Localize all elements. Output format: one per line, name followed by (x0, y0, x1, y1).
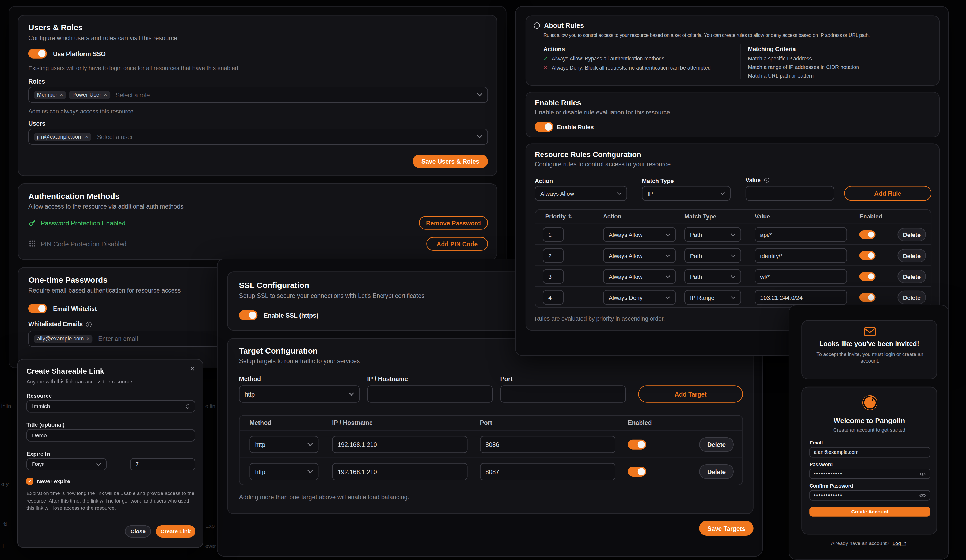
users-roles-card: Users & Roles Configure which users and … (18, 15, 497, 176)
enable-rules-toggle[interactable] (535, 122, 553, 132)
method-select[interactable]: http (239, 385, 360, 403)
remove-chip-icon[interactable]: × (104, 92, 107, 98)
title-label: Title (optional) (26, 422, 64, 428)
expire-value-input[interactable]: 7 (130, 458, 196, 470)
rule-match-select[interactable]: Path (685, 269, 741, 284)
confirm-password-field[interactable]: •••••••••••• (810, 490, 930, 501)
add-pin-button[interactable]: Add PIN Code (426, 237, 488, 251)
row-ip-input[interactable]: 192.168.1.210 (332, 463, 468, 480)
create-account-button[interactable]: Create Account (810, 507, 930, 517)
rule-action-select[interactable]: Always Deny (603, 290, 676, 305)
close-button[interactable]: Close (125, 525, 151, 537)
card-subtitle: Configure which users and roles can visi… (28, 34, 177, 41)
background-text-fragment: Exp (205, 523, 215, 529)
rule-enabled-toggle[interactable] (859, 251, 876, 260)
row-method-select[interactable]: http (250, 436, 319, 453)
create-link-button[interactable]: Create Link (156, 525, 195, 537)
expire-unit-select[interactable]: Days (26, 458, 107, 470)
rule-value-input[interactable]: identity/* (755, 248, 847, 263)
delete-target-button[interactable]: Delete (699, 437, 734, 452)
delete-target-button[interactable]: Delete (699, 464, 734, 479)
match-type-label: Match Type (642, 177, 674, 184)
card-title: Resource Rules Configuration (535, 150, 641, 159)
email-field[interactable]: alan@example.com (810, 447, 930, 457)
row-enabled-toggle[interactable] (628, 440, 646, 450)
users-select[interactable]: jim@example.com× Select a user (28, 129, 488, 145)
priority-input[interactable]: 3 (543, 269, 564, 284)
port-input[interactable] (500, 385, 626, 403)
chevrons-up-down-icon (186, 403, 190, 409)
eye-icon[interactable] (919, 471, 926, 476)
action-select[interactable]: Always Allow (535, 186, 627, 201)
value-input[interactable] (746, 186, 835, 201)
save-users-roles-button[interactable]: Save Users & Roles (413, 155, 488, 168)
rule-match-select[interactable]: Path (685, 248, 741, 263)
delete-rule-button[interactable]: Delete (897, 270, 926, 283)
table-row: 2 Always Allow Path identity/* Delete (536, 244, 931, 265)
rule-enabled-toggle[interactable] (859, 293, 876, 302)
background-text-fragment: inlin (1, 403, 11, 409)
add-target-button[interactable]: Add Target (638, 385, 743, 403)
col-header-priority[interactable]: Priority⇅ (545, 213, 572, 220)
remove-chip-icon[interactable]: × (86, 336, 90, 342)
rule-match-select[interactable]: IP Range (685, 290, 741, 305)
row-method-select[interactable]: http (250, 463, 319, 480)
rule-action-select[interactable]: Always Allow (603, 248, 676, 263)
delete-rule-button[interactable]: Delete (897, 249, 926, 262)
load-balancing-note: Adding more than one target above will e… (239, 494, 409, 500)
eye-icon[interactable] (919, 493, 926, 498)
add-rule-button[interactable]: Add Rule (844, 186, 932, 201)
rule-value-input[interactable]: 103.21.244.0/24 (755, 290, 847, 305)
modal-subtitle: Anyone with this link can access the res… (26, 379, 132, 385)
select-value: Always Allow (540, 190, 574, 196)
roles-select[interactable]: Member× Power User× Select a role (28, 87, 488, 103)
rule-action-select[interactable]: Always Allow (603, 227, 676, 242)
email-whitelist-toggle[interactable] (28, 303, 47, 313)
row-enabled-toggle[interactable] (628, 467, 646, 476)
desktop-background: inlin e lin o y ⇅ Exp I ever Users & Rol… (0, 0, 966, 560)
rule-value-input[interactable]: wl/* (755, 269, 847, 284)
row-port-input[interactable]: 8086 (480, 436, 616, 453)
rule-action-select[interactable]: Always Allow (603, 269, 676, 284)
info-icon (764, 177, 769, 183)
role-chip: Power User× (69, 91, 110, 99)
enable-rules-toggle-label: Enable Rules (557, 124, 593, 131)
card-subtitle: Setup SSL to secure your connections wit… (239, 293, 424, 299)
delete-rule-button[interactable]: Delete (897, 291, 926, 305)
remove-password-button[interactable]: Remove Password (419, 216, 488, 230)
input-value: 192.168.1.210 (338, 441, 377, 448)
ssl-toggle[interactable] (239, 310, 258, 320)
x-icon: ✕ (544, 65, 548, 71)
save-targets-button[interactable]: Save Targets (699, 521, 754, 535)
card-subtitle: Require email-based authentication for r… (28, 287, 181, 294)
rule-value-input[interactable]: api/* (755, 227, 847, 242)
input-placeholder: Enter an email (98, 336, 138, 342)
background-text-fragment: ever (205, 543, 216, 549)
login-link[interactable]: Log in (893, 540, 906, 546)
title-input[interactable]: Demo (26, 429, 196, 442)
pangolin-logo (861, 393, 879, 412)
signup-card: Welcome to Pangolin Create an account to… (802, 387, 937, 535)
password-field[interactable]: •••••••••••• (810, 468, 930, 479)
rule-enabled-toggle[interactable] (859, 230, 876, 239)
rules-table: Priority⇅ Action Match Type Value Enable… (535, 210, 932, 308)
row-ip-input[interactable]: 192.168.1.210 (332, 436, 468, 453)
sso-toggle[interactable] (28, 49, 47, 59)
row-port-input[interactable]: 8087 (480, 463, 616, 480)
ip-hostname-input[interactable] (367, 385, 493, 403)
never-expire-checkbox[interactable]: ✓ (26, 478, 33, 485)
remove-chip-icon[interactable]: × (85, 134, 88, 140)
delete-rule-button[interactable]: Delete (897, 228, 926, 241)
chevron-down-icon (665, 233, 670, 236)
email-label: Email (810, 440, 823, 446)
priority-input[interactable]: 2 (543, 248, 564, 263)
sort-icon[interactable]: ⇅ (568, 214, 572, 219)
match-type-select[interactable]: IP (642, 186, 731, 201)
rule-enabled-toggle[interactable] (859, 272, 876, 281)
resource-select[interactable]: Immich (26, 400, 196, 413)
rule-match-select[interactable]: Path (685, 227, 741, 242)
close-icon[interactable]: ✕ (190, 365, 196, 373)
priority-input[interactable]: 1 (543, 227, 564, 242)
remove-chip-icon[interactable]: × (60, 92, 63, 98)
priority-input[interactable]: 4 (543, 290, 564, 305)
